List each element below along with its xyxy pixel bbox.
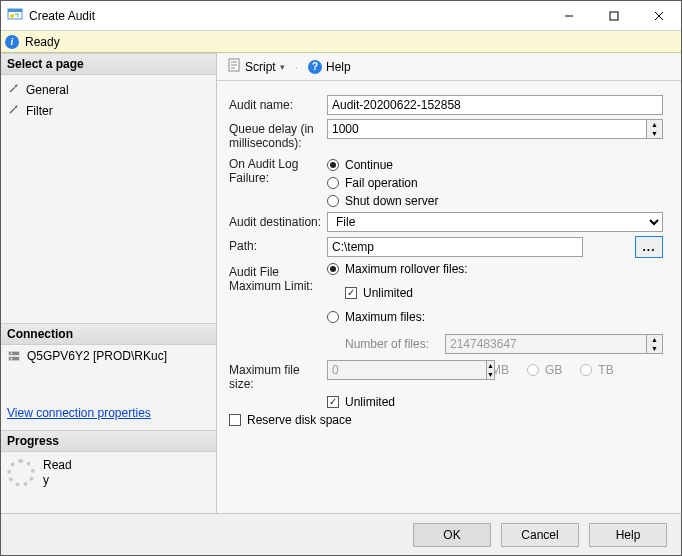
status-text: Ready [25,35,60,49]
page-list: General Filter [1,75,216,125]
radio-icon [580,364,592,376]
help-button[interactable]: ? Help [304,58,355,76]
chevron-down-icon: ▼ [487,370,494,379]
radio-label: GB [545,363,562,377]
max-size-stepper: ▲▼ [487,360,495,380]
path-input[interactable] [327,237,583,257]
radio-icon [327,159,339,171]
max-size-input [327,360,487,380]
checkbox-icon [327,396,339,408]
progress-header: Progress [1,430,216,452]
toolbar: Script ▾ · ? Help [217,53,681,81]
chevron-up-icon: ▲ [487,361,494,370]
radio-unit-gb: GB [527,363,562,377]
svg-rect-7 [9,352,20,356]
script-button[interactable]: Script ▾ [223,56,289,77]
path-label: Path: [229,236,327,253]
page-item-general[interactable]: General [7,79,210,100]
checkbox-icon [229,414,241,426]
wrench-icon [7,102,21,119]
audit-name-input[interactable] [327,95,663,115]
connection-block: Q5GPV6Y2 [PROD\RKuc] [1,345,216,370]
ok-button[interactable]: OK [413,523,491,547]
script-label: Script [245,60,276,74]
check-reserve-disk[interactable]: Reserve disk space [229,413,352,427]
svg-point-9 [11,353,13,355]
audit-dest-select[interactable]: File [327,212,663,232]
form-area: Audit name: Queue delay (in milliseconds… [217,81,681,513]
status-strip: i Ready [1,31,681,53]
window-title: Create Audit [29,9,546,23]
num-files-label: Number of files: [345,337,437,351]
select-page-header: Select a page [1,53,216,75]
browse-button[interactable]: ... [635,236,663,258]
chevron-up-icon: ▲ [647,120,662,129]
radio-label: Continue [345,158,393,172]
toolbar-separator: · [295,60,298,74]
svg-rect-8 [9,357,20,361]
radio-icon [327,263,339,275]
radio-icon [327,195,339,207]
queue-delay-input[interactable] [327,119,647,139]
titlebar: Create Audit [1,1,681,31]
svg-rect-1 [8,9,22,12]
svg-rect-4 [610,12,618,20]
audit-dest-label: Audit destination: [229,212,327,229]
connection-text: Q5GPV6Y2 [PROD\RKuc] [27,349,167,363]
close-button[interactable] [636,1,681,30]
progress-spinner-icon [7,459,35,487]
cancel-button[interactable]: Cancel [501,523,579,547]
check-unlimited-size[interactable]: Unlimited [327,395,395,409]
check-unlimited-rollover[interactable]: Unlimited [345,286,663,300]
page-item-label: Filter [26,104,53,118]
radio-label: TB [598,363,613,377]
info-icon: i [5,35,19,49]
server-icon [7,349,21,366]
radio-label: Maximum files: [345,310,425,324]
radio-unit-tb: TB [580,363,613,377]
check-label: Unlimited [363,286,413,300]
checkbox-icon [345,287,357,299]
radio-max-files[interactable]: Maximum files: [327,310,663,324]
view-connection-link[interactable]: View connection properties [1,400,216,430]
on-failure-label: On Audit Log Failure: [229,154,327,185]
window-controls [546,1,681,30]
progress-block: Ready [1,452,216,493]
page-item-filter[interactable]: Filter [7,100,210,121]
num-files-stepper: ▲▼ [647,334,663,354]
wrench-icon [7,81,21,98]
radio-icon [327,311,339,323]
radio-shut-down[interactable]: Shut down server [327,194,438,208]
help-button[interactable]: Help [589,523,667,547]
maximize-button[interactable] [591,1,636,30]
radio-max-rollover[interactable]: Maximum rollover files: [327,262,663,276]
svg-point-2 [10,14,14,18]
radio-label: Shut down server [345,194,438,208]
page-item-label: General [26,83,69,97]
chevron-down-icon: ▾ [280,62,285,72]
help-icon: ? [308,60,322,74]
progress-text: Ready [43,458,73,487]
create-audit-window: Create Audit i Ready Select a page Gener… [0,0,682,556]
max-size-label: Maximum file size: [229,360,327,391]
chevron-up-icon: ▲ [647,335,662,344]
radio-icon [527,364,539,376]
chevron-down-icon: ▼ [647,344,662,353]
radio-label: Fail operation [345,176,418,190]
check-label: Reserve disk space [247,413,352,427]
check-label: Unlimited [345,395,395,409]
radio-continue[interactable]: Continue [327,158,438,172]
radio-fail-operation[interactable]: Fail operation [327,176,438,190]
svg-point-10 [11,358,13,360]
left-pane: Select a page General Filter Connection … [1,53,217,513]
app-icon [7,6,23,25]
queue-delay-stepper[interactable]: ▲▼ [647,119,663,139]
minimize-button[interactable] [546,1,591,30]
audit-name-label: Audit name: [229,95,327,112]
chevron-down-icon: ▼ [647,129,662,138]
connection-header: Connection [1,323,216,345]
num-files-input [445,334,647,354]
max-limit-label: Audit File Maximum Limit: [229,262,327,293]
radio-label: Maximum rollover files: [345,262,468,276]
dialog-footer: OK Cancel Help [1,513,681,555]
